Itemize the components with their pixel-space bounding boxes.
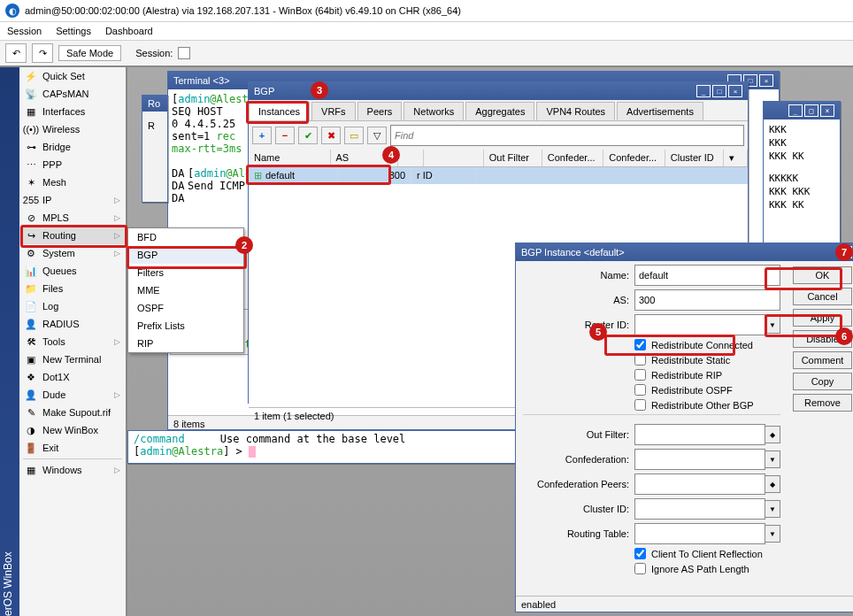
sidebar-handle[interactable]: uterOS WinBox [0,67,19,616]
tab-peers[interactable]: Peers [357,102,403,120]
sidebar-icon: 📁 [25,282,37,295]
redistribute-bgp-checkbox[interactable]: Redistribute Other BGP [634,399,754,411]
menu-session[interactable]: Session [7,26,42,36]
filter-button[interactable]: ▽ [367,127,387,144]
tab-aggregates[interactable]: Aggregates [465,102,534,120]
close-icon[interactable]: × [759,74,773,87]
comment-button[interactable]: Comment [793,351,852,369]
column-header[interactable]: Cluster ID [665,150,724,166]
remove-button[interactable]: − [275,127,295,144]
sidebar: ⚡Quick Set📡CAPsMAN▦Interfaces((•))Wirele… [19,67,127,616]
column-header[interactable]: Name [249,150,331,166]
sidebar-item-new-terminal[interactable]: ▣New Terminal [19,350,126,368]
sidebar-item-wireless[interactable]: ((•))Wireless [19,120,126,138]
column-header[interactable]: Out Filter [484,150,542,166]
sidebar-item-ip[interactable]: 255IP▷ [19,191,126,209]
tab-instances[interactable]: Instances [249,102,310,120]
comment-button[interactable]: ▭ [344,127,364,144]
column-header[interactable] [398,150,424,166]
bgp-row-default[interactable]: ⊞default 300 r ID [249,167,748,184]
undo-button[interactable]: ↶ [5,43,27,63]
remove-button[interactable]: Remove [793,394,852,412]
sidebar-item-mesh[interactable]: ✶Mesh [19,173,126,191]
enable-button[interactable]: ✔ [298,127,318,144]
route-window[interactable]: Ro R [142,95,168,203]
redistribute-ospf-checkbox[interactable]: Redistribute OSPF [634,384,733,396]
close-icon[interactable]: × [728,85,742,97]
confederation-peers-input[interactable] [634,474,765,495]
marker-5: 5 [589,323,607,341]
sidebar-label: CAPsMAN [42,89,89,99]
routing-table-input[interactable] [634,523,765,544]
confederation-input[interactable] [634,449,765,470]
sidebar-item-system[interactable]: ⚙System▷ [19,244,126,262]
column-header[interactable]: Confeder... [603,150,665,166]
submenu-ospf[interactable]: OSPF [128,299,243,317]
column-header[interactable] [424,150,484,166]
redistribute-connected-checkbox[interactable]: Redistribute Connected [634,339,753,350]
column-header[interactable]: Confeder... [542,150,604,166]
submenu-filters[interactable]: Filters [128,264,243,281]
sidebar-label: Dot1X [42,372,70,382]
sidebar-item-quick-set[interactable]: ⚡Quick Set [19,67,126,85]
client-reflection-checkbox[interactable]: Client To Client Reflection [634,548,763,559]
k-window[interactable]: _□× KKKKKKKKK KK KKKKKKKK KKKKKK KK [763,101,841,262]
sidebar-item-files[interactable]: 📁Files [19,280,126,297]
cancel-button[interactable]: Cancel [793,288,852,305]
submenu-mme[interactable]: MME [128,281,243,299]
sidebar-item-log[interactable]: 📄Log [19,297,126,315]
apply-button[interactable]: Apply [793,309,852,327]
find-input[interactable] [390,125,744,146]
add-button[interactable]: + [252,127,272,144]
submenu-bfd[interactable]: BFD [128,228,243,246]
sidebar-item-capsman[interactable]: 📡CAPsMAN [19,85,126,103]
marker-2: 2 [235,236,253,254]
redo-button[interactable]: ↷ [32,43,53,63]
chevron-right-icon: ▷ [114,213,120,222]
tab-advertisements[interactable]: Advertisements [617,102,703,120]
sidebar-item-mpls[interactable]: ⊘MPLS▷ [19,209,126,227]
routing-submenu[interactable]: BFDBGPFiltersMMEOSPFPrefix ListsRIP [127,227,244,353]
min-icon[interactable]: _ [696,85,711,97]
disable-button[interactable]: ✖ [321,127,341,144]
max-icon[interactable]: □ [712,85,726,97]
sidebar-item-new-winbox[interactable]: ◑New WinBox [19,421,126,439]
sidebar-item-exit[interactable]: 🚪Exit [19,439,126,457]
as-input[interactable] [634,289,780,311]
out-filter-input[interactable] [634,424,765,445]
safe-mode-button[interactable]: Safe Mode [58,45,121,61]
tab-vpn4-routes[interactable]: VPN4 Routes [536,102,615,120]
copy-button[interactable]: Copy [793,373,852,390]
submenu-bgp[interactable]: BGP [128,246,243,264]
sidebar-item-routing[interactable]: ↪Routing▷ [19,227,126,244]
sidebar-item-dot1x[interactable]: ❖Dot1X [19,368,126,386]
session-checkbox[interactable] [178,47,190,59]
tab-networks[interactable]: Networks [403,102,464,120]
column-menu-icon[interactable]: ▾ [724,150,748,166]
bgp-instance-dialog[interactable]: BGP Instance <default> × Name: AS: Route… [515,243,853,612]
cluster-id-input[interactable] [634,498,765,520]
sidebar-item-bridge[interactable]: ⊶Bridge [19,138,126,156]
sidebar-item-windows[interactable]: ▦Windows▷ [19,461,126,479]
sidebar-item-dude[interactable]: 👤Dude▷ [19,386,126,404]
ignore-path-checkbox[interactable]: Ignore AS Path Length [634,563,749,574]
dropdown-icon[interactable]: ▼ [765,316,780,334]
sidebar-item-queues[interactable]: 📊Queues [19,262,126,280]
sidebar-item-make-supout.rif[interactable]: ✎Make Supout.rif [19,404,126,421]
menu-settings[interactable]: Settings [56,26,91,36]
session-label: Session: [135,48,173,58]
redistribute-static-checkbox[interactable]: Redistribute Static [634,354,730,366]
redistribute-rip-checkbox[interactable]: Redistribute RIP [634,369,722,381]
menu-dashboard[interactable]: Dashboard [105,26,153,36]
ok-button[interactable]: OK [793,266,852,284]
sidebar-item-radius[interactable]: 👤RADIUS [19,315,126,333]
router-id-input[interactable] [634,314,765,335]
name-input[interactable] [634,265,780,286]
submenu-rip[interactable]: RIP [128,335,243,352]
window-title: admin@50:00:00:02:00:00 (Alestra) via 19… [25,5,461,16]
tab-vrfs[interactable]: VRFs [311,102,356,120]
submenu-prefix-lists[interactable]: Prefix Lists [128,317,243,335]
sidebar-item-tools[interactable]: 🛠Tools▷ [19,333,126,350]
sidebar-item-ppp[interactable]: ⋯PPP [19,156,126,173]
sidebar-item-interfaces[interactable]: ▦Interfaces [19,103,126,120]
